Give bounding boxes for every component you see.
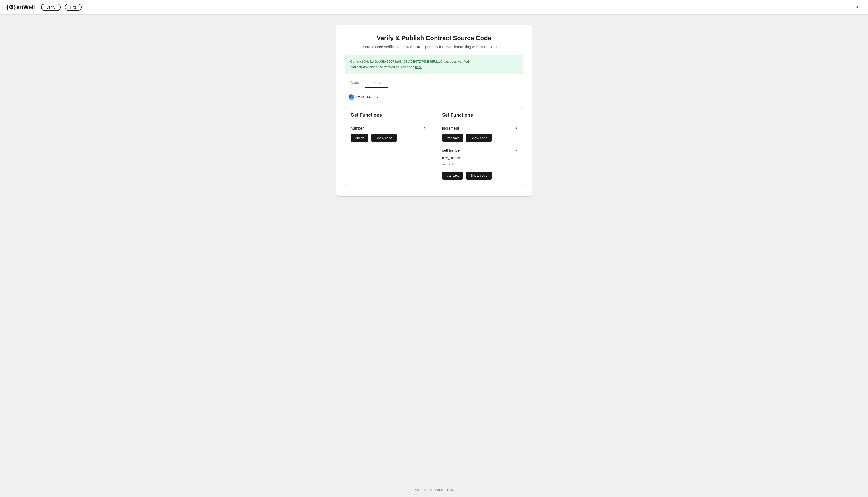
functions-grid: Get Functions number ∧ query Show code S… [345, 107, 523, 186]
function-body-setnumber: transact Show code [442, 172, 517, 180]
theme-toggle-button[interactable]: ☀ [852, 3, 862, 12]
function-body-increment: transact Show code [442, 134, 517, 142]
chevron-up-icon-number: ∧ [423, 126, 426, 130]
show-code-button-setnumber[interactable]: Show code [466, 172, 492, 180]
main-content: Verify & Publish Contract Source Code So… [0, 15, 868, 483]
set-functions-title: Set Functions [442, 112, 517, 118]
show-code-button-increment[interactable]: Show code [466, 134, 492, 142]
set-functions-panel: Set Functions increment ∧ transact Show … [437, 107, 523, 186]
verified-download-prefix: You can download the verified source cod… [350, 65, 415, 69]
verified-contract-line: Contract 0xb4146ce0fb432678a08468fADB67D… [350, 59, 518, 65]
transact-button-increment[interactable]: transact [442, 134, 463, 142]
new-number-label: new_number [442, 156, 517, 160]
function-item-setnumber: setNumber ∧ new_number transact Show cod… [442, 144, 517, 180]
tab-code[interactable]: Code [345, 79, 364, 88]
tab-interact[interactable]: Interact [365, 79, 388, 88]
sun-icon: ☀ [855, 4, 859, 10]
function-header-increment[interactable]: increment ∧ [442, 126, 517, 130]
app-logo: {⚙}eriWell [6, 4, 35, 11]
verified-banner: Contract 0xb4146ce0fb432678a08468fADB67D… [345, 55, 523, 74]
get-functions-title: Get Functions [351, 112, 426, 118]
verified-banner-text: Contract 0xb4146ce0fb432678a08468fADB67D… [350, 59, 518, 70]
setnumber-input-group: new_number [442, 156, 517, 168]
logo-symbol: {⚙} [6, 4, 16, 11]
wallet-address: 0x3B...44F2 [356, 95, 374, 99]
function-name-increment: increment [442, 126, 459, 130]
new-number-input[interactable] [442, 161, 517, 168]
wallet-selector[interactable]: 0x3B...44F2 ▾ [345, 93, 381, 102]
wallet-icon [349, 94, 354, 100]
footer-text: WELLDONE Studio 2024 [415, 488, 453, 492]
function-header-number[interactable]: number ∧ [351, 126, 426, 130]
verified-download-line: You can download the verified source cod… [350, 65, 518, 70]
function-header-setnumber[interactable]: setNumber ∧ [442, 148, 517, 152]
navbar: {⚙}eriWell Verify Nfts ☀ [0, 0, 868, 15]
page-subtitle: Source code verification provides transp… [345, 45, 523, 49]
function-item-increment: increment ∧ transact Show code [442, 122, 517, 142]
show-code-button-number[interactable]: Show code [371, 134, 397, 142]
nfts-button[interactable]: Nfts [65, 4, 82, 11]
main-card: Verify & Publish Contract Source Code So… [336, 25, 532, 197]
verified-download-link[interactable]: here [415, 65, 422, 69]
page-title: Verify & Publish Contract Source Code [345, 34, 523, 42]
function-name-number: number [351, 126, 364, 130]
chevron-up-icon-increment: ∧ [515, 126, 517, 130]
chevron-down-icon: ▾ [377, 95, 378, 99]
transact-button-setnumber[interactable]: transact [442, 172, 463, 180]
verify-button[interactable]: Verify [41, 4, 61, 11]
tabs-container: Code Interact [345, 79, 523, 88]
footer: WELLDONE Studio 2024 [0, 483, 868, 497]
function-item-number: number ∧ query Show code [351, 122, 426, 142]
logo-text: eriWell [16, 4, 35, 11]
query-button[interactable]: query [351, 134, 368, 142]
function-name-setnumber: setNumber [442, 148, 461, 152]
chevron-up-icon-setnumber: ∧ [515, 148, 517, 152]
function-body-number: query Show code [351, 134, 426, 142]
get-functions-panel: Get Functions number ∧ query Show code [345, 107, 431, 186]
